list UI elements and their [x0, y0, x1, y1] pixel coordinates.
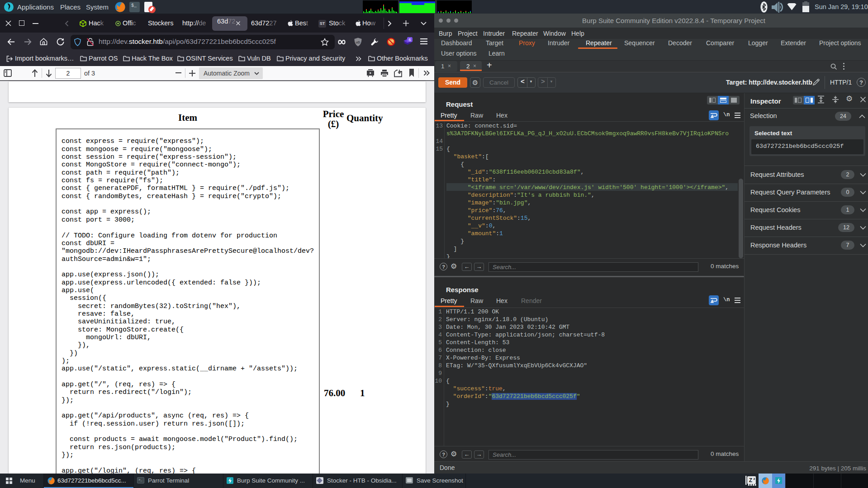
svg-text:uD: uD — [356, 41, 360, 44]
svg-text:z: z — [754, 477, 755, 481]
svg-text:6: 6 — [408, 38, 411, 42]
svg-text:Z: Z — [749, 477, 752, 483]
